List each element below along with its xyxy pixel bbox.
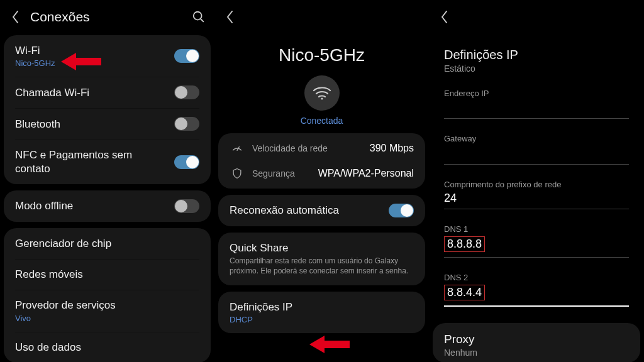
- ip-definitions-mode: Estático: [444, 63, 629, 74]
- shield-icon: [230, 167, 245, 180]
- ip-address-value: [444, 101, 501, 114]
- dns2-field[interactable]: DNS 2 8.8.4.4: [444, 273, 629, 307]
- search-icon[interactable]: [192, 10, 206, 24]
- proxy-value: Nenhum: [444, 348, 629, 358]
- more-card: Gerenciador de chip Redes móveis Provedo…: [4, 228, 211, 362]
- airplane-card: Modo offline: [4, 190, 211, 222]
- wifi-calling-label: Chamada Wi-Fi: [15, 86, 168, 99]
- back-icon[interactable]: [223, 10, 237, 24]
- airplane-label: Modo offline: [15, 199, 168, 212]
- dns2-label: DNS 2: [444, 273, 629, 282]
- network-info-card: Velocidade da rede 390 Mbps Segurança WP…: [218, 133, 425, 189]
- bluetooth-toggle[interactable]: [174, 117, 199, 131]
- wifi-icon: [304, 75, 340, 111]
- dns1-field[interactable]: DNS 1 8.8.8.8: [444, 224, 629, 258]
- back-icon[interactable]: [438, 10, 452, 24]
- sim-manager-row[interactable]: Gerenciador de chip: [4, 228, 211, 259]
- auto-reconnect-toggle[interactable]: [389, 204, 414, 217]
- security-value: WPA/WPA2-Personal: [318, 168, 414, 179]
- service-provider-value: Vivo: [15, 314, 199, 323]
- speed-value: 390 Mbps: [370, 143, 414, 154]
- gateway-label: Gateway: [444, 134, 629, 143]
- bluetooth-row[interactable]: Bluetooth: [4, 108, 211, 140]
- page-title: Conexões: [30, 9, 90, 25]
- sim-manager-label: Gerenciador de chip: [15, 237, 199, 250]
- wifi-toggle[interactable]: [174, 49, 199, 63]
- svg-point-1: [321, 97, 323, 99]
- gateway-value: [444, 146, 488, 160]
- ip-settings-label: Definições IP: [230, 300, 414, 314]
- data-usage-label: Uso de dados: [15, 341, 199, 354]
- ip-address-label: Endereço IP: [444, 89, 629, 98]
- airplane-row[interactable]: Modo offline: [4, 190, 211, 222]
- quickshare-description: Compartilhar esta rede com um usuário do…: [230, 256, 414, 276]
- wifi-calling-toggle[interactable]: [174, 85, 199, 99]
- speed-label: Velocidade da rede: [252, 143, 370, 153]
- speed-row: Velocidade da rede 390 Mbps: [218, 136, 425, 161]
- connection-status: Conectada: [214, 116, 429, 126]
- nfc-row[interactable]: NFC e Pagamentos sem contato: [4, 140, 211, 184]
- ip-settings-value: DHCP: [230, 315, 414, 324]
- mobile-networks-label: Redes móveis: [15, 268, 199, 281]
- bluetooth-label: Bluetooth: [15, 118, 168, 131]
- network-name: Nico-5GHz: [214, 45, 429, 65]
- proxy-card[interactable]: Proxy Nenhum: [433, 323, 640, 363]
- dns1-label: DNS 1: [444, 224, 629, 234]
- ip-address-field[interactable]: Endereço IP: [444, 89, 629, 119]
- quickshare-label: Quick Share: [230, 241, 414, 255]
- ip-settings-card[interactable]: Definições IP DHCP: [218, 292, 425, 333]
- ip-definitions-title: Definições IP: [444, 48, 629, 62]
- security-row: Segurança WPA/WPA2-Personal: [218, 161, 425, 186]
- airplane-toggle[interactable]: [174, 199, 199, 213]
- gateway-field[interactable]: Gateway: [444, 134, 629, 164]
- wifi-calling-row[interactable]: Chamada Wi-Fi: [4, 77, 211, 108]
- wifi-label: Wi-Fi: [15, 44, 168, 57]
- service-provider-label: Provedor de serviços: [15, 299, 199, 312]
- auto-reconnect-label: Reconexão automática: [230, 204, 382, 217]
- data-usage-row[interactable]: Uso de dados: [4, 332, 211, 363]
- wifi-row[interactable]: Wi-Fi Nico-5GHz: [4, 35, 211, 77]
- connectivity-card: Wi-Fi Nico-5GHz Chamada Wi-Fi Bluetooth …: [4, 35, 211, 184]
- prefix-label: Comprimento do prefixo de rede: [444, 180, 629, 189]
- nfc-toggle[interactable]: [174, 155, 199, 169]
- security-label: Segurança: [252, 168, 318, 178]
- wifi-network: Nico-5GHz: [15, 58, 168, 68]
- speed-icon: [230, 142, 245, 155]
- prefix-field[interactable]: Comprimento do prefixo de rede 24: [444, 180, 629, 209]
- quickshare-card[interactable]: Quick Share Compartilhar esta rede com u…: [218, 233, 425, 285]
- auto-reconnect-card: Reconexão automática: [218, 195, 425, 226]
- service-provider-row[interactable]: Provedor de serviços Vivo: [4, 290, 211, 331]
- back-icon[interactable]: [9, 10, 23, 24]
- dns2-value: 8.8.4.4: [444, 285, 485, 300]
- prefix-value: 24: [444, 189, 629, 209]
- auto-reconnect-row[interactable]: Reconexão automática: [218, 195, 425, 226]
- nfc-label: NFC e Pagamentos sem contato: [15, 148, 168, 175]
- proxy-label: Proxy: [444, 332, 629, 347]
- mobile-networks-row[interactable]: Redes móveis: [4, 259, 211, 290]
- dns1-value: 8.8.8.8: [444, 236, 485, 252]
